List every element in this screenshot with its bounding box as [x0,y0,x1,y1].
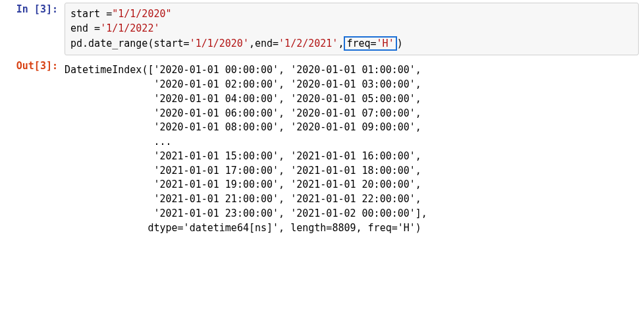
output-line: ... [65,136,172,148]
output-line: '2020-01-01 04:00:00', '2020-01-01 05:00… [65,93,421,105]
code-text: ,end= [249,38,279,49]
output-line: '2021-01-01 21:00:00', '2021-01-01 22:00… [65,193,421,205]
code-string: '1/2/2021' [279,38,338,49]
code-text: start = [70,8,112,20]
output-line: dtype='datetime64[ns]', length=8809, fre… [65,222,421,234]
code-text: freq= [346,38,376,49]
input-cell: In [3]: start ="1/1/2020" end ='1/1/2022… [0,0,644,57]
output-line: '2021-01-01 19:00:00', '2021-01-01 20:00… [65,179,421,190]
output-line: DatetimeIndex(['2020-01-01 00:00:00', '2… [65,64,421,76]
output-line: '2020-01-01 02:00:00', '2020-01-01 03:00… [65,78,421,90]
input-prompt: In [3]: [5,3,65,17]
code-output-area: DatetimeIndex(['2020-01-01 00:00:00', '2… [65,59,639,239]
output-line: '2020-01-01 08:00:00', '2020-01-01 09:00… [65,121,421,133]
code-string: '1/1/2022' [100,22,159,34]
code-text: end = [70,22,100,34]
output-prompt: Out[3]: [5,59,65,74]
code-text: , [338,38,344,49]
output-line: '2021-01-01 15:00:00', '2021-01-01 16:00… [65,150,421,162]
output-line: '2020-01-01 06:00:00', '2020-01-01 07:00… [65,107,421,119]
code-string: "1/1/2020" [112,8,171,20]
code-string: '1/1/2020' [190,38,249,49]
freq-highlight-box: freq='H' [344,36,396,51]
output-line: '2021-01-01 17:00:00', '2021-01-01 18:00… [65,165,421,177]
output-line: '2021-01-01 23:00:00', '2021-01-02 00:00… [65,207,427,219]
code-text: ) [397,38,403,49]
code-string: 'H' [377,38,394,49]
output-cell: Out[3]: DatetimeIndex(['2020-01-01 00:00… [0,57,644,240]
code-text: pd.date_range(start= [70,38,190,49]
code-input-area[interactable]: start ="1/1/2020" end ='1/1/2022' pd.dat… [65,3,639,55]
